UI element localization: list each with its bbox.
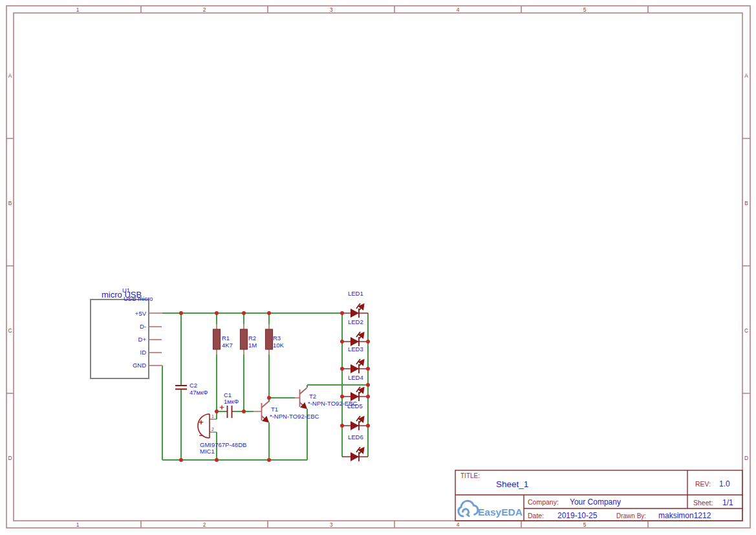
usb-pin-label-dminus: D- xyxy=(140,323,146,330)
microphone-plus-sign: + xyxy=(199,418,203,427)
resistor-body[interactable] xyxy=(241,329,248,349)
led-ref[interactable]: LED4 xyxy=(348,374,363,381)
usb-pin-label-gnd: GND xyxy=(133,362,146,369)
easyeda-cloud-swirl xyxy=(463,509,470,516)
frame-row-label: C xyxy=(8,327,12,334)
drawn-by-label: Drawn By: xyxy=(616,512,646,519)
transistor-emitter[interactable] xyxy=(300,402,307,408)
led-led4[interactable]: LED4 xyxy=(342,374,368,401)
transistor-emitter[interactable] xyxy=(262,416,268,422)
resistor-ref[interactable]: R1 xyxy=(222,334,230,342)
led-triangle[interactable] xyxy=(351,337,359,346)
resistor-value[interactable]: 1M xyxy=(248,342,257,349)
sheet-title[interactable]: Sheet_1 xyxy=(496,479,528,489)
transistor-collector[interactable] xyxy=(262,402,269,408)
led-ref[interactable]: LED5 xyxy=(347,402,363,409)
transistor-ref[interactable]: T2 xyxy=(309,393,316,400)
frame-row-label: A xyxy=(744,72,748,79)
led-arrows xyxy=(356,303,363,310)
microphone-mic1[interactable]: + − 1 2 GMI9767P-48DB MIC1 xyxy=(198,414,246,455)
title-block: TITLE: Sheet_1 REV: 1.0 Company: Your Co… xyxy=(455,470,742,521)
easyeda-logo: EasyEDA xyxy=(459,501,523,518)
frame-row-label: A xyxy=(8,72,12,79)
usb-pin-label-5v: +5V xyxy=(135,310,147,317)
frame-col-label: 2 xyxy=(203,521,206,528)
resistor-r1[interactable]: R1 4K7 xyxy=(213,329,233,349)
capacitor-ref[interactable]: C2 xyxy=(189,382,197,389)
frame-col-label: 1 xyxy=(76,521,80,528)
microphone-ref[interactable]: MIC1 xyxy=(200,448,215,455)
usb-subtitle[interactable]: USB micro xyxy=(124,295,153,302)
rev-label: REV: xyxy=(695,480,711,488)
company-value[interactable]: Your Company xyxy=(570,497,621,507)
transistor-collector[interactable] xyxy=(300,388,307,395)
capacitor-plates[interactable] xyxy=(175,386,187,389)
frame-row-label: D xyxy=(744,455,748,461)
frame-col-label: 2 xyxy=(203,6,206,13)
led-ref[interactable]: LED3 xyxy=(348,345,363,353)
frame-row-label: D xyxy=(8,455,12,461)
resistor-ref[interactable]: R3 xyxy=(273,334,281,342)
usb-pin-label-dplus: D+ xyxy=(138,336,147,343)
frame-outer-border xyxy=(6,6,750,528)
date-value[interactable]: 2019-10-25 xyxy=(557,511,598,520)
led-arrows xyxy=(356,416,363,422)
capacitor-c2[interactable]: C2 47мкФ xyxy=(175,382,208,396)
frame-col-label: 3 xyxy=(330,6,333,13)
frame-col-label: 3 xyxy=(330,521,333,528)
transistor-value[interactable]: *-NPN-TO92-EBC xyxy=(270,413,319,420)
led-ref[interactable]: LED2 xyxy=(348,318,363,325)
microphone-minus-sign: − xyxy=(199,431,203,440)
drawing-frame: 1 2 3 4 5 1 2 3 4 5 A B C D A B C D xyxy=(6,6,750,528)
frame-col-label: 4 xyxy=(457,521,460,528)
frame-row-label: B xyxy=(8,200,12,206)
capacitor-c1[interactable]: + C1 1мкФ xyxy=(219,391,239,418)
led-ref[interactable]: LED6 xyxy=(348,433,363,441)
resistor-r2[interactable]: R2 1M xyxy=(241,329,257,349)
led-arrows xyxy=(356,447,363,453)
led-led3[interactable]: LED3 xyxy=(342,345,368,373)
schematic-canvas[interactable]: 1 2 3 4 5 1 2 3 4 5 A B C D A B C D U1 m… xyxy=(0,0,756,535)
sheet-label: Sheet: xyxy=(693,499,713,507)
frame-inner-border xyxy=(14,13,742,521)
resistor-value[interactable]: 4K7 xyxy=(222,342,233,349)
transistor-ref[interactable]: T1 xyxy=(271,406,278,413)
led-triangle[interactable] xyxy=(351,309,359,318)
led-arrows xyxy=(356,332,363,338)
usb-pin-label-id: ID xyxy=(140,349,147,356)
led-led6[interactable]: LED6 xyxy=(342,433,368,461)
frame-col-label: 4 xyxy=(457,6,460,13)
resistor-r3[interactable]: R3 10K xyxy=(266,329,285,349)
frame-col-label: 1 xyxy=(76,6,80,13)
usb-connector[interactable]: U1 micro USB USB micro +5V D- D+ ID GND xyxy=(91,287,153,378)
led-triangle[interactable] xyxy=(351,452,359,461)
easyeda-logo-text: EasyEDA xyxy=(478,507,523,518)
resistor-ref[interactable]: R2 xyxy=(248,334,256,342)
date-label: Date: xyxy=(528,512,544,519)
capacitor-value[interactable]: 47мкФ xyxy=(189,389,208,396)
resistor-value[interactable]: 10K xyxy=(273,342,285,349)
capacitor-plates[interactable] xyxy=(228,406,232,418)
rev-value[interactable]: 1.0 xyxy=(719,479,730,488)
sheet-value[interactable]: 1/1 xyxy=(722,498,733,507)
drawn-by-value[interactable]: maksimon1212 xyxy=(658,511,711,520)
frame-row-label: C xyxy=(744,327,748,334)
resistor-body[interactable] xyxy=(266,329,273,349)
led-led2[interactable]: LED2 xyxy=(342,318,368,346)
title-label: TITLE: xyxy=(460,472,480,479)
led-arrows xyxy=(356,359,363,366)
frame-ticks xyxy=(6,6,750,528)
junction-dots xyxy=(179,311,370,462)
frame-col-label: 5 xyxy=(583,6,587,13)
led-arrows xyxy=(356,387,363,393)
led-triangle[interactable] xyxy=(351,364,359,373)
led-triangle[interactable] xyxy=(351,421,359,430)
schematic-sheet: 1 2 3 4 5 1 2 3 4 5 A B C D A B C D U1 m… xyxy=(0,0,756,535)
resistor-body[interactable] xyxy=(213,329,221,349)
company-label: Company: xyxy=(528,498,559,506)
capacitor-value[interactable]: 1мкФ xyxy=(224,398,239,405)
frame-col-label: 5 xyxy=(583,521,587,528)
led-led1[interactable]: LED1 xyxy=(342,290,368,318)
led-ref[interactable]: LED1 xyxy=(348,290,363,297)
microphone-pin2-number: 2 xyxy=(211,427,214,431)
